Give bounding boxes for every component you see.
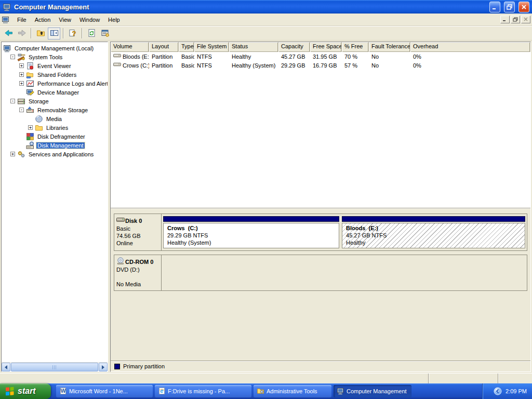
export-list-button[interactable]	[99, 28, 111, 39]
collapse-icon[interactable]: -	[10, 99, 15, 103]
column-header-free-space[interactable]: Free Space	[310, 42, 342, 52]
expand-icon[interactable]: +	[10, 152, 15, 156]
task-label: Administrative Tools	[267, 388, 317, 394]
tree-item-shared-folders[interactable]: +Shared Folders	[2, 70, 108, 79]
cd-rom-0-label[interactable]: CD-ROM 0DVD (D:)No Media	[114, 255, 162, 290]
restore-button[interactable]	[504, 2, 515, 12]
volume-list-rows: Bloods (E:)PartitionBasicNTFSHealthy45.2…	[111, 52, 530, 70]
column-header-overhead[interactable]: Overhead	[410, 42, 530, 52]
scrollbar-thumb[interactable]	[11, 363, 98, 371]
menu-help[interactable]: Help	[104, 15, 124, 24]
expand-icon[interactable]: +	[19, 63, 24, 68]
expand-icon[interactable]: +	[28, 125, 33, 130]
collapse-icon[interactable]: -	[10, 55, 15, 59]
menu-file[interactable]: File	[13, 15, 31, 24]
partition-status: Healthy	[346, 239, 521, 246]
volume-cell: NTFS	[194, 62, 229, 69]
tree-item-storage[interactable]: -Storage	[2, 97, 108, 105]
tree-item-disk-management[interactable]: Disk Management	[2, 141, 108, 150]
performance-icon	[26, 79, 34, 88]
tree-item-label: Storage	[28, 98, 50, 104]
volume-row-crows-c[interactable]: Crows (C:)PartitionBasicNTFSHealthy (Sys…	[111, 61, 530, 70]
show-console-tree-icon	[50, 29, 59, 38]
child-close-button[interactable]	[521, 16, 530, 23]
clock: 2:09 PM	[506, 388, 527, 394]
tree-item-label: Services and Applications	[28, 151, 95, 157]
volume-row-bloods-e[interactable]: Bloods (E:)PartitionBasicNTFSHealthy45.2…	[111, 52, 530, 61]
tree-item-services-and-applications[interactable]: +Services and Applications	[2, 150, 108, 158]
tree-item-device-manager[interactable]: Device Manager	[2, 88, 108, 97]
forward-icon	[18, 29, 26, 38]
back-button[interactable]	[2, 28, 15, 39]
partition-crows-c[interactable]: Crows (C:)29.29 GB NTFSHealthy (System)	[163, 216, 339, 248]
svg-text:e: e	[160, 388, 163, 394]
column-header-type[interactable]: Type	[179, 42, 194, 52]
refresh-button[interactable]	[85, 28, 98, 39]
partition-box[interactable]: Crows (C:)29.29 GB NTFSHealthy (System)	[163, 223, 339, 248]
tree-item-system-tools[interactable]: -System Tools	[2, 52, 108, 61]
shared-folders-icon	[26, 71, 34, 79]
taskbar-task-f-drive-is-missing-pa[interactable]: eF:Drive is missing - Pa...	[155, 385, 251, 397]
tree-horizontal-scrollbar[interactable]	[2, 362, 108, 371]
column-header-file-system[interactable]: File System	[194, 42, 229, 52]
titlebar[interactable]: Computer Management	[0, 0, 532, 14]
media-icon	[35, 115, 43, 123]
taskbar-task-microsoft-word-1ne[interactable]: WMicrosoft Word - 1Ne...	[56, 385, 153, 397]
help-button[interactable]: ?	[66, 28, 79, 39]
taskbar-task-computer-management[interactable]: Computer Management	[334, 385, 411, 397]
computer-management-window: Computer Management File Action View Win…	[0, 0, 532, 383]
child-minimize-button[interactable]	[500, 16, 510, 23]
disk-graphical-view: Disk 0Basic74.56 GBOnlineCrows (C:)29.29…	[111, 210, 530, 361]
menu-window[interactable]: Window	[75, 15, 104, 24]
menubar: File Action View Window Help	[0, 14, 532, 26]
word-icon: W	[59, 387, 67, 396]
volume-cell: 0%	[410, 62, 530, 69]
taskbar: start WMicrosoft Word - 1Ne...eF:Drive i…	[0, 383, 532, 399]
task-buttons: WMicrosoft Word - 1Ne...eF:Drive is miss…	[56, 383, 414, 399]
volume-cell: 31.95 GB	[310, 54, 342, 60]
disk-label-line	[116, 273, 159, 281]
column-header-free[interactable]: % Free	[342, 42, 369, 52]
column-header-fault-tolerance[interactable]: Fault Tolerance	[369, 42, 410, 52]
minimize-button[interactable]	[489, 2, 500, 12]
hide-icons-chevron-icon[interactable]	[494, 387, 502, 395]
partition-box[interactable]: Bloods (E:)45.27 GB NTFSHealthy	[342, 223, 525, 248]
device-manager-icon	[26, 88, 34, 97]
tree-item-event-viewer[interactable]: +Event Viewer	[2, 61, 108, 70]
tree-item-removable-storage[interactable]: -Removable Storage	[2, 105, 108, 114]
column-header-capacity[interactable]: Capacity	[278, 42, 310, 52]
disk-name: Disk 0	[116, 216, 159, 225]
column-header-layout[interactable]: Layout	[149, 42, 179, 52]
main-area: Computer Management (Local)-System Tools…	[0, 41, 532, 373]
tree-item-computer-management-local[interactable]: Computer Management (Local)	[2, 44, 108, 52]
volume-cell: Basic	[179, 54, 194, 60]
tree-item-disk-defragmenter[interactable]: Disk Defragmenter	[2, 132, 108, 141]
up-folder-button[interactable]	[34, 28, 47, 39]
taskbar-task-administrative-tools[interactable]: Administrative Tools	[254, 385, 331, 397]
disk-0-label[interactable]: Disk 0Basic74.56 GBOnline	[114, 214, 162, 250]
column-header-volume[interactable]: Volume	[111, 42, 149, 52]
column-header-status[interactable]: Status	[229, 42, 278, 52]
tree-item-media[interactable]: Media	[2, 114, 108, 123]
tree-item-libraries[interactable]: +Libraries	[2, 123, 108, 132]
scroll-left-icon[interactable]	[2, 363, 10, 371]
collapse-icon[interactable]: -	[19, 108, 24, 112]
menu-view[interactable]: View	[55, 15, 75, 24]
show-console-tree-button[interactable]	[48, 28, 60, 39]
tree-item-label: Media	[45, 116, 63, 122]
expand-icon[interactable]: +	[19, 81, 24, 86]
volume-cell: Crows (C:)	[111, 62, 149, 69]
start-button[interactable]: start	[0, 383, 51, 399]
tree-item-label: Computer Management (Local)	[14, 45, 95, 51]
scroll-right-icon[interactable]	[99, 363, 108, 371]
forward-button[interactable]	[16, 28, 28, 39]
partition-bloods-e[interactable]: Bloods (E:)45.27 GB NTFSHealthy	[342, 216, 525, 248]
toolbar-separator	[63, 28, 64, 38]
volume-cell: Healthy	[229, 54, 278, 60]
close-button[interactable]	[518, 2, 529, 12]
tree-item-performance-logs-and-alerts[interactable]: +Performance Logs and Alerts	[2, 79, 108, 88]
defrag-icon	[26, 132, 34, 141]
expand-icon[interactable]: +	[19, 72, 24, 77]
menu-action[interactable]: Action	[31, 15, 55, 24]
child-restore-button[interactable]	[511, 16, 520, 23]
